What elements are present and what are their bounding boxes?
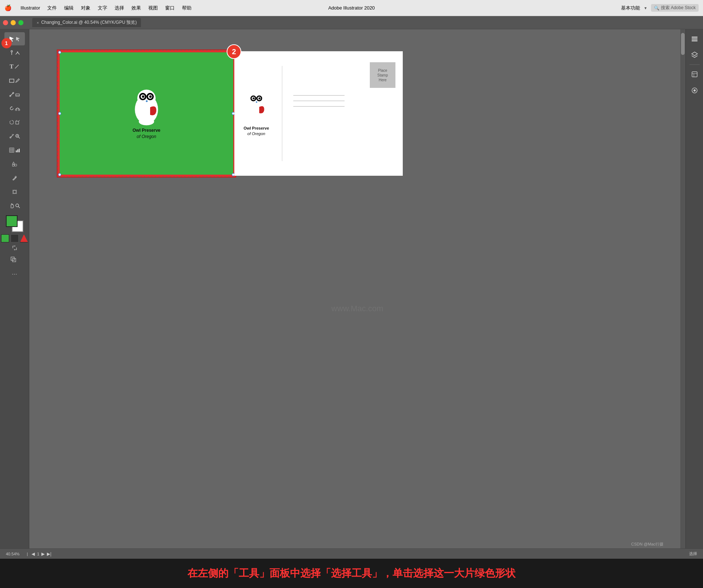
color-black[interactable] [11,234,19,242]
right-panel [685,29,703,588]
menu-object[interactable]: 对象 [81,5,90,11]
artboard-tool[interactable] [4,185,25,198]
svg-point-37 [15,164,17,166]
nav-end-icon[interactable]: ▶| [47,551,51,557]
properties-panel-btn[interactable] [688,32,701,45]
vertical-scrollbar[interactable] [680,29,685,588]
app-title: Adobe Illustrator 2020 [328,5,375,11]
eraser-icon [15,92,20,97]
svg-line-18 [10,135,13,138]
scissors-icon [9,92,14,97]
handle-mid-left[interactable] [58,112,61,115]
color-red[interactable] [20,234,28,242]
svg-rect-6 [10,79,14,82]
menu-view[interactable]: 视图 [148,5,158,11]
document-tab[interactable]: × Changing_Color.ai @ 40.54% (CMYK/GPU 预… [32,18,141,27]
rect-icon [9,78,14,83]
libraries-panel-btn[interactable] [688,68,701,81]
properties-icon [691,35,698,42]
svg-point-52 [16,204,19,207]
svg-line-20 [12,134,12,135]
type-tool[interactable]: T [4,60,25,73]
svg-marker-55 [14,249,15,250]
grid-icon [9,148,14,153]
menu-window[interactable]: 窗口 [165,5,175,11]
artboard-left[interactable]: Owl Preserve of Oregon 2 [59,51,234,176]
svg-point-62 [142,96,145,98]
fullscreen-button[interactable] [18,20,23,25]
artboard-container: Owl Preserve of Oregon 2 [59,51,403,176]
close-button[interactable] [3,20,8,25]
svg-marker-12 [12,106,12,108]
menu-file[interactable]: 文件 [47,5,57,11]
watermark-text: www.Mac.com [331,304,383,313]
status-right: 选择 [689,551,697,557]
symbol-icon [12,161,17,167]
menu-help[interactable]: 帮助 [182,5,191,11]
menu-effect[interactable]: 效果 [131,5,141,11]
properties-btn-2[interactable] [688,84,701,97]
owl-logo-left [128,87,165,127]
symbol-tool[interactable] [4,157,25,171]
svg-rect-35 [12,164,14,166]
color-swatches[interactable] [4,215,25,232]
type-icon: T [10,63,14,70]
menu-app-name[interactable]: Illustrator [21,5,40,11]
warp-icon [15,106,20,111]
layer-composite-tool[interactable] [4,253,25,267]
nav-prev-icon[interactable]: ◀ [31,551,35,557]
svg-rect-80 [692,40,698,41]
svg-rect-32 [16,150,17,152]
rectangle-tool[interactable] [4,74,25,87]
instruction-text: 在左侧的「工具」面板中选择「选择工具」，单击选择这一大片绿色形状 [187,566,516,580]
menu-edit[interactable]: 编辑 [64,5,74,11]
svg-line-17 [19,120,20,121]
line-icon [14,64,19,69]
lasso-tool[interactable] [4,116,25,129]
selection-tool-group[interactable]: 1 [4,32,25,45]
eyedropper-icon [12,175,17,181]
scrollbar-thumb[interactable] [681,33,685,55]
csdn-badge: CSDN @Mac行摄 [631,542,663,547]
tab-close-icon[interactable]: × [37,21,39,25]
svg-rect-15 [16,121,19,124]
tab-filename: Changing_Color.ai @ 40.54% (CMYK/GPU 预览) [41,19,137,26]
swap-colors-icon[interactable] [11,245,18,251]
canvas-area[interactable]: www.Mac.com [29,29,685,588]
appearance-icon [691,87,698,94]
address-line-2 [293,101,345,101]
menu-bar: 🍎 Illustrator 文件 编辑 对象 文字 选择 效果 视图 窗口 帮助… [0,0,703,16]
search-box[interactable]: 🔍 搜索 Adobe Stock [651,4,699,12]
workspace-mode[interactable]: 基本功能 [621,5,640,11]
brand-text-right: Owl Preserve of Oregon [243,126,269,137]
menu-text[interactable]: 文字 [98,5,107,11]
svg-line-24 [18,137,20,138]
bottom-instruction-bar: 在左侧的「工具」面板中选择「选择工具」，单击选择这一大片绿色形状 [0,559,703,588]
rotate-tool[interactable] [4,102,25,115]
nav-next-icon[interactable]: ▶ [41,551,45,557]
workspace-chevron-icon[interactable]: ▾ [644,5,647,11]
address-lines [293,95,395,107]
hand-tool[interactable] [4,199,25,212]
swap-reset-row [11,245,18,251]
apple-icon[interactable]: 🍎 [4,4,12,11]
fill-swatch[interactable] [6,215,18,227]
panel-divider [689,64,700,65]
curvature-icon [15,50,20,55]
scissors-tool[interactable] [4,88,25,101]
minimize-button[interactable] [11,20,16,25]
layers-panel-btn[interactable] [688,48,701,62]
svg-line-7 [10,93,14,96]
more-tools-button[interactable]: ··· [12,270,17,278]
svg-marker-54 [15,245,15,247]
zoom-in-icon [15,134,20,139]
magic-wand-tool[interactable] [4,130,25,143]
handle-top-left[interactable] [58,51,61,54]
handle-bottom-left[interactable] [58,173,61,176]
color-green[interactable] [1,234,9,242]
grid-tool[interactable] [4,144,25,157]
nav-controls: ◀ 1 ▶ ▶| [31,551,51,557]
eyedropper-tool[interactable] [4,171,25,185]
composite-icon [11,257,19,263]
menu-select[interactable]: 选择 [115,5,124,11]
